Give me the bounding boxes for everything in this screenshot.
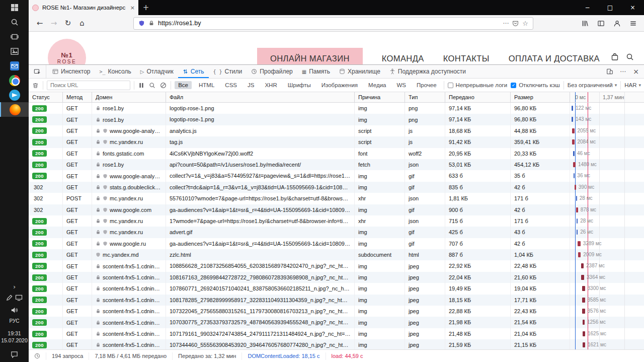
close-window-button[interactable]: × bbox=[621, 0, 644, 15]
devtools-tab-accessibility[interactable]: Поддержка доступности bbox=[385, 65, 470, 78]
devtools-options-icon[interactable]: ⋯ bbox=[617, 65, 629, 78]
lock-icon[interactable] bbox=[148, 20, 154, 26]
site-search-button[interactable] bbox=[626, 53, 634, 62]
network-request-row[interactable]: 200GETmc.yandex.mdzzlc.htmlsubdocumentht… bbox=[29, 249, 644, 260]
action-center-button[interactable] bbox=[0, 349, 29, 360]
maximize-button[interactable]: □ bbox=[599, 0, 621, 15]
filter-pill-images[interactable]: Изображения bbox=[318, 81, 361, 89]
filter-pill-js[interactable]: JS bbox=[244, 81, 258, 89]
search-requests-button[interactable] bbox=[148, 80, 156, 90]
performance-analysis-button[interactable] bbox=[29, 352, 46, 360]
tracking-protection-shield-icon[interactable] bbox=[138, 20, 145, 27]
network-request-row[interactable]: 200GETscontent-frx5-1.cdnins…107179161_9… bbox=[29, 328, 644, 339]
menu-item-payment[interactable]: ОПЛАТА И ДОСТАВКА bbox=[509, 32, 600, 63]
taskbar-firefox-app[interactable] bbox=[0, 102, 29, 117]
taskbar-mail-app[interactable] bbox=[0, 58, 29, 73]
reload-button[interactable]: ↻ bbox=[61, 17, 75, 30]
network-request-row[interactable]: 200GETrose1.bylogotip-rose-1.pngimgpng97… bbox=[29, 114, 644, 125]
forward-button[interactable]: → bbox=[47, 17, 61, 30]
filter-pill-xhr[interactable]: XHR bbox=[261, 81, 280, 89]
menu-item-contacts[interactable]: КОНТАКТЫ bbox=[443, 32, 490, 63]
clear-requests-button[interactable] bbox=[32, 80, 39, 90]
menu-button[interactable] bbox=[626, 17, 640, 30]
devtools-tab-console[interactable]: >_ Консоль bbox=[95, 65, 136, 78]
network-request-row[interactable]: 200GETscontent-frx5-1.cdnins…107344460_5… bbox=[29, 339, 644, 349]
filter-url-input[interactable] bbox=[47, 81, 130, 90]
filter-pill-other[interactable]: Прочее bbox=[413, 81, 440, 89]
network-request-row[interactable]: 200GETrose1.byapi?count=50&path=/v1/user… bbox=[29, 159, 644, 170]
filter-pill-ws[interactable]: WS bbox=[393, 81, 410, 89]
filter-pill-fonts[interactable]: Шрифты bbox=[284, 81, 314, 89]
taskbar-telegram-app[interactable] bbox=[0, 88, 29, 102]
column-header-timeline[interactable]: 0 мс 1,37 мин bbox=[570, 92, 644, 102]
task-view-button[interactable] bbox=[0, 29, 29, 44]
pick-element-button[interactable] bbox=[29, 65, 46, 78]
network-request-row[interactable]: 302GETwww.google.comga-audiences?v=1&aip… bbox=[29, 204, 644, 215]
browser-tab[interactable]: ROSE №1- Магазин дизайнерс × bbox=[29, 0, 138, 15]
network-request-row[interactable]: 200GETmc.yandex.rutag.jsscriptjs91,42 КБ… bbox=[29, 136, 644, 148]
column-header-type[interactable]: Тип bbox=[405, 92, 445, 102]
devtools-tab-profiler[interactable]: Профайлер bbox=[247, 65, 297, 78]
start-button[interactable] bbox=[0, 0, 29, 15]
address-bar[interactable]: ⋯ ☆ bbox=[133, 17, 533, 30]
devtools-tab-network[interactable]: Сеть bbox=[178, 65, 209, 78]
back-button[interactable]: ← bbox=[33, 17, 47, 30]
language-indicator[interactable]: РУС bbox=[9, 316, 19, 327]
url-input[interactable] bbox=[158, 20, 499, 27]
devtools-tab-inspector[interactable]: Инспектор bbox=[48, 65, 95, 78]
filter-pill-media[interactable]: Медиа bbox=[365, 81, 389, 89]
har-dropdown[interactable]: HAR ▾ bbox=[624, 82, 641, 88]
network-request-row[interactable]: 200GETwww.google-analy…collect?v=1&_v=j8… bbox=[29, 170, 644, 181]
network-request-row[interactable]: 200GETwww.google.ruga-audiences?v=1&aip=… bbox=[29, 238, 644, 249]
pause-log-button[interactable] bbox=[138, 80, 145, 90]
menu-item-online-shop[interactable]: ОНЛАЙН МАГАЗИН bbox=[257, 32, 363, 64]
site-logo[interactable]: №1 ROSE bbox=[48, 39, 86, 64]
throttling-dropdown[interactable]: Без ограничений ▾ bbox=[568, 82, 617, 88]
network-request-row[interactable]: 200GETscontent-frx5-1.cdnins…107860771_2… bbox=[29, 283, 644, 294]
library-button[interactable] bbox=[578, 17, 592, 30]
persist-logs-checkbox[interactable]: Непрерывные логи bbox=[448, 82, 508, 88]
account-button[interactable] bbox=[610, 17, 624, 30]
taskbar-search-button[interactable] bbox=[0, 15, 29, 29]
minimize-button[interactable]: − bbox=[576, 0, 599, 15]
filter-pill-all[interactable]: Все bbox=[175, 81, 192, 89]
column-header-method[interactable]: Метод bbox=[63, 92, 92, 102]
network-request-row[interactable]: 200GETfonts.gstatic.com4iCs6KVjbNBYlgoKe… bbox=[29, 148, 644, 159]
taskbar-clock[interactable]: 19:31 15.07.2020 bbox=[1, 327, 28, 349]
network-request-row[interactable]: 200GETwww.google-analy…analytics.jsscrip… bbox=[29, 125, 644, 136]
devtools-tab-debugger[interactable]: ▷ Отладчик bbox=[136, 65, 178, 78]
volume-tray-button[interactable] bbox=[0, 305, 29, 316]
bookmark-star-icon[interactable]: ☆ bbox=[522, 20, 528, 27]
responsive-design-button[interactable] bbox=[604, 65, 616, 78]
cart-button[interactable] bbox=[611, 53, 619, 62]
network-request-row[interactable]: 200GETmc.yandex.ruadvert.gifimggif425 б4… bbox=[29, 227, 644, 238]
network-request-row[interactable]: 200GETscontent-frx5-1.cdnins…107322045_2… bbox=[29, 306, 644, 317]
disable-cache-checkbox[interactable]: ✓ Отключить кэш bbox=[511, 82, 560, 88]
column-header-size[interactable]: Размер bbox=[511, 92, 570, 102]
filter-pill-css[interactable]: CSS bbox=[221, 81, 240, 89]
column-header-file[interactable]: Файл bbox=[166, 92, 355, 102]
page-actions-icon[interactable]: ⋯ bbox=[503, 20, 509, 27]
tab-close-icon[interactable]: × bbox=[130, 5, 135, 11]
network-request-row[interactable]: 302POSTmc.yandex.ru55761010?wmode=7&page… bbox=[29, 193, 644, 204]
column-header-transferred[interactable]: Передано bbox=[445, 92, 511, 102]
column-header-domain[interactable]: Домен bbox=[92, 92, 166, 102]
network-request-row[interactable]: 200GETrose1.bylogotip-rose-1.pngimgpng97… bbox=[29, 103, 644, 114]
devtools-tab-styles[interactable]: { } Стили bbox=[209, 65, 247, 78]
menu-item-team[interactable]: КОМАНДА bbox=[382, 32, 424, 63]
network-request-row[interactable]: 200GETscontent-frx5-1.cdnins…108178285_2… bbox=[29, 295, 644, 306]
network-tray-button[interactable] bbox=[15, 295, 23, 303]
column-header-status[interactable]: Статус bbox=[29, 92, 63, 102]
taskbar-photos-app[interactable] bbox=[0, 44, 29, 58]
network-request-row[interactable]: 302GETstats.g.doubleclick…collect?t=dc&a… bbox=[29, 182, 644, 193]
column-header-cause[interactable]: Причина bbox=[355, 92, 405, 102]
taskbar-chrome-app[interactable] bbox=[0, 73, 29, 88]
filter-pill-html[interactable]: HTML bbox=[195, 81, 218, 89]
network-request-row[interactable]: 200GETmc.yandex.ru1?wmode=7&page-url=htt… bbox=[29, 215, 644, 227]
pen-tray-button[interactable] bbox=[6, 295, 13, 303]
block-requests-button[interactable] bbox=[159, 80, 167, 90]
close-devtools-icon[interactable]: × bbox=[630, 65, 642, 78]
show-hidden-icons-button[interactable]: › bbox=[0, 281, 29, 293]
home-button[interactable]: ⌂ bbox=[75, 17, 89, 30]
network-request-row[interactable]: 200GETscontent-frx5-1.cdnins…108856628_2… bbox=[29, 260, 644, 271]
